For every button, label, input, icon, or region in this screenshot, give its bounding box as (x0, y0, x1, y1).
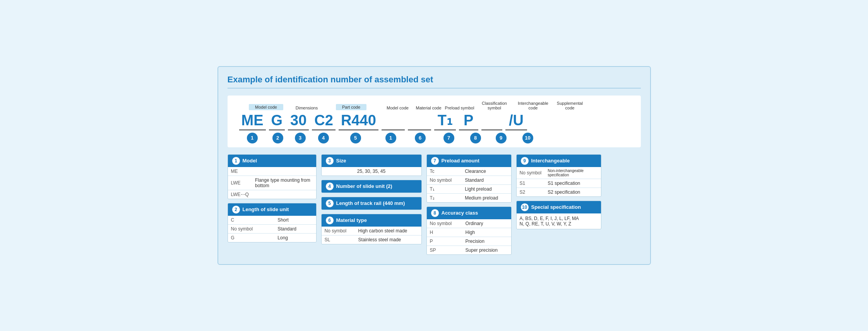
table-row: H High (427, 228, 511, 237)
code-blank3-text: __ (481, 113, 502, 130)
model-desc-LWEQ (252, 190, 316, 199)
table-row: A, BS, D, E, F, I, J, L, LF, MA N, Q, RE… (517, 213, 601, 229)
table-row: C Short (228, 216, 316, 225)
table-material: 6 Material type No symbol High carbon st… (321, 214, 422, 244)
code-P: P (459, 113, 478, 130)
circle-8: 8 (464, 133, 487, 143)
interchangeable-code-nosymbol: No symbol (517, 167, 545, 179)
length-desc-nosymbol: Standard (274, 224, 316, 233)
table-row: LWE Flange type mounting from bottom (228, 176, 316, 190)
label-interchangeable-code: Interchangeable code (514, 101, 553, 110)
material-code-SL: SL (322, 235, 355, 244)
label-classification-symbol: Classification symbol (475, 101, 514, 110)
table-special-content: A, BS, D, E, F, I, J, L, LF, MA N, Q, RE… (517, 213, 601, 229)
col-mid: 3 Size 25, 30, 35, 45 4 Number of slide … (321, 154, 422, 255)
table-row: No symbol Standard (228, 224, 316, 233)
table-length-header: 2 Length of slide unit (228, 203, 316, 216)
circle-1a: 1 (239, 133, 265, 143)
table-track-header: 5 Length of track rail (440 mm) (322, 197, 421, 210)
code-T1: T₁ (434, 113, 456, 130)
circle-4-num: 4 (318, 133, 329, 143)
preload-code-nosymbol: No symbol (427, 176, 462, 184)
table-model-content: ME LWE Flange type mounting from bottom … (228, 167, 316, 199)
code-blank1: __ (382, 113, 405, 130)
label-material-code-text: Material code (416, 106, 441, 110)
table-row: T₁ Light preload (427, 184, 511, 193)
table-row: LWE⋯Q (228, 190, 316, 199)
circle-track: 5 (325, 199, 334, 208)
model-code-ME: ME (228, 167, 252, 176)
circle-9-num: 9 (496, 133, 507, 143)
table-accuracy: 8 Accuracy class No symbol Ordinary H Hi… (426, 206, 512, 255)
label-dimensions-text: Dimensions (296, 106, 318, 110)
tables-section: 1 Model ME LWE Flange type mounting from… (228, 154, 641, 255)
label-dimensions: Dimensions (293, 106, 320, 110)
table-row: T₂ Medium preload (427, 193, 511, 202)
table-row: No symbol High carbon steel made (322, 227, 421, 235)
table-size-content: 25, 30, 35, 45 (322, 167, 421, 176)
table-length-title: Length of slide unit (243, 206, 289, 212)
length-code-nosymbol: No symbol (228, 224, 275, 233)
material-desc-SL: Stainless steel made (355, 235, 421, 244)
circle-interchangeable: 9 (520, 157, 529, 165)
table-length-content: C Short No symbol Standard G Long (228, 216, 316, 242)
circle-size: 3 (325, 157, 334, 165)
preload-desc-T1: Light preload (462, 184, 511, 193)
interchangeable-desc-S1: S1 specification (544, 179, 601, 188)
accuracy-code-P: P (427, 237, 462, 246)
table-accuracy-title: Accuracy class (442, 210, 478, 216)
circle-8-num: 8 (470, 133, 481, 143)
model-desc-ME (252, 167, 316, 176)
code-blank2-text: __ (408, 113, 431, 130)
code-P-text: P (459, 113, 478, 130)
col-right1: 7 Preload amount Tc Clearance No symbol … (426, 154, 512, 255)
length-desc-C: Short (274, 216, 316, 225)
label-preload-symbol-text: Preload symbol (445, 106, 474, 110)
code-30: 30 (288, 113, 309, 130)
table-num-slide-header: 4 Number of slide unit (2) (322, 180, 421, 193)
label-model-code-2-text: Model code (387, 106, 409, 110)
circle-3: 3 (290, 133, 310, 143)
accuracy-desc-P: Precision (462, 237, 511, 246)
material-code-nosymbol: No symbol (322, 227, 355, 235)
accuracy-code-SP: SP (427, 246, 462, 254)
circle-10-num: 10 (522, 133, 533, 143)
special-value: A, BS, D, E, F, I, J, L, LF, MA N, Q, RE… (517, 213, 601, 229)
circle-4: 4 (313, 133, 334, 143)
circle-2: 2 (269, 133, 287, 143)
table-model-header: 1 Model (228, 155, 316, 167)
table-row: 25, 30, 35, 45 (322, 167, 421, 176)
code-G-text: G (269, 113, 285, 130)
preload-desc-nosymbol: Standard (462, 176, 511, 184)
interchangeable-code-S2: S2 (517, 188, 545, 196)
circle-10: 10 (515, 133, 540, 143)
circle-num-slide: 4 (325, 182, 334, 191)
table-preload-content: Tc Clearance No symbol Standard T₁ Light… (427, 167, 511, 202)
table-material-title: Material type (336, 217, 367, 223)
circle-6: 6 (407, 133, 433, 143)
accuracy-code-H: H (427, 228, 462, 237)
table-accuracy-header: 8 Accuracy class (427, 207, 511, 219)
interchangeable-code-S1: S1 (517, 179, 545, 188)
table-preload-title: Preload amount (442, 158, 479, 164)
circle-model: 1 (232, 157, 240, 165)
table-model-title: Model (243, 158, 257, 164)
table-special-header: 10 Special specification (517, 201, 601, 213)
label-model-code-2: Model code (382, 106, 413, 110)
model-code-LWEQ: LWE⋯Q (228, 190, 252, 199)
table-track-title: Length of track rail (440 mm) (336, 200, 405, 206)
table-num-slide: 4 Number of slide unit (2) (321, 180, 422, 193)
material-desc-nosymbol: High carbon steel made (355, 227, 421, 235)
circle-7: 7 (437, 133, 461, 143)
table-row: S2 S2 specification (517, 188, 601, 196)
table-interchangeable-header: 9 Interchangeable (517, 155, 601, 167)
table-track: 5 Length of track rail (440 mm) (321, 197, 422, 210)
table-preload: 7 Preload amount Tc Clearance No symbol … (426, 154, 512, 203)
accuracy-desc-SP: Super precision (462, 246, 511, 254)
preload-desc-Tc: Clearance (462, 167, 511, 176)
code-R440-text: R440 (339, 113, 378, 130)
label-model-code-1-text: Model code (249, 104, 283, 110)
table-row: Tc Clearance (427, 167, 511, 176)
table-interchangeable: 9 Interchangeable No symbol Non-intercha… (516, 154, 601, 197)
model-code-LWE: LWE (228, 176, 252, 190)
